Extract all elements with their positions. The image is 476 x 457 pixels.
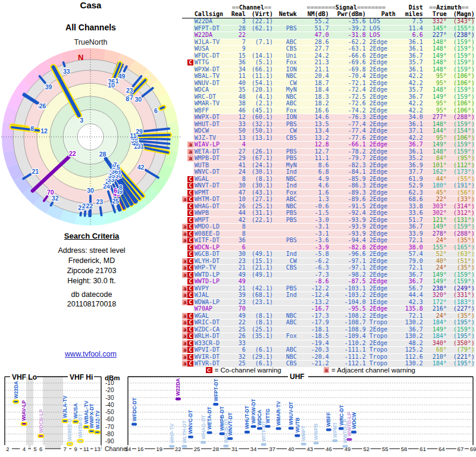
warning-cell: C: [182, 203, 193, 210]
cell-path: 2Edge: [366, 52, 396, 60]
cell-callsign: WHP-TV: [193, 265, 230, 272]
cell-virt: [246, 278, 273, 286]
cell-nm: -6.3: [297, 265, 329, 272]
chart-bar: [301, 443, 306, 446]
cell-real: 36: [230, 60, 246, 67]
cell-true-azimuth: 278°: [423, 230, 447, 237]
adjacent-warning-badge: a: [182, 265, 187, 271]
cell-path: 1Edge: [366, 299, 396, 306]
cell-path: 2Edge: [366, 306, 396, 313]
cell-magn-azimuth: (249°): [447, 285, 475, 292]
warning-cell: [182, 134, 193, 142]
warning-cell: [182, 121, 193, 128]
cell-pwr: -62.2: [329, 39, 366, 46]
cell-true-azimuth: 149°: [423, 224, 447, 231]
dbm-tick-label: -50: [105, 409, 114, 415]
cell-nm: 8.6: [297, 162, 329, 169]
cell-true-azimuth: 95°: [423, 73, 447, 80]
cell-real: 23: [230, 299, 246, 306]
cell-nm: -17.3: [297, 312, 329, 320]
cell-real: 33: [230, 121, 246, 128]
cell-virt: (22.1): [246, 18, 273, 26]
cell-virt: (68.1): [246, 292, 273, 299]
station-row: CWNVT-DT30(30.1)Ind4.6-86.32Edge52.9180°…: [182, 183, 475, 190]
cell-magn-azimuth: (35°): [447, 237, 475, 245]
cell-virt: (8.1): [246, 176, 273, 183]
channel-tick-label: 13: [94, 446, 101, 452]
col-netwk: Netwk: [273, 11, 297, 18]
cell-real: 38: [230, 101, 246, 108]
search-zip: Zipcode 21703: [12, 266, 171, 276]
cell-real: 3: [230, 18, 246, 26]
cell-callsign: WNUV-DT: [193, 80, 230, 87]
col-virt: (Virt): [246, 11, 273, 18]
cell-callsign: W33CR-D: [193, 340, 230, 347]
cell-nm: -3.0: [297, 217, 329, 224]
cell-miles: 68.6: [396, 196, 423, 204]
cell-callsign: WGCB-DT: [193, 251, 230, 258]
warning-cell: aC: [182, 196, 193, 204]
cell-true-azimuth: 148°: [423, 121, 447, 128]
co-channel-warning-badge: C: [187, 313, 193, 319]
cell-nm: 16.6: [297, 107, 329, 114]
cell-pwr: -39.2: [329, 25, 366, 32]
adjacent-warning-badge: a: [182, 237, 187, 243]
cell-nm: 6.8: [297, 169, 329, 176]
cell-pwr: -94.4: [329, 237, 366, 245]
cell-virt: [246, 340, 273, 347]
cell-virt: (62.1): [246, 25, 273, 32]
db-datecode: db datecode 201108170018: [12, 290, 171, 309]
cell-path: 2Edge: [366, 80, 396, 87]
cell-netwk: Fox: [273, 60, 297, 67]
chart-bar-label: WMPT: [300, 425, 306, 441]
cell-true-azimuth: 172°: [423, 299, 447, 306]
cell-netwk: Ind: [273, 183, 297, 190]
radar-hue-wedge: [2, 137, 14, 152]
warning-cell: aC: [182, 299, 193, 306]
cell-nm: 18.7: [297, 80, 329, 87]
cell-pwr: -85.9: [329, 176, 366, 183]
cell-real: 30: [230, 251, 246, 258]
chart-bar-label: W22DA: [175, 378, 181, 396]
cell-callsign: WDCA: [193, 87, 230, 94]
cell-miles: 36.7: [396, 224, 423, 231]
cell-true-azimuth: 210°: [423, 353, 447, 361]
cell-callsign: WJAL: [193, 292, 230, 299]
cell-pwr: -74.2: [329, 107, 366, 114]
cell-netwk: PBS: [273, 25, 297, 32]
station-row: aCW08EE-D8-3.1-93.92Edge33.9278°(288°): [182, 230, 475, 237]
cell-magn-azimuth: (159°): [447, 142, 475, 149]
cell-nm: 12.8: [297, 142, 329, 149]
cell-miles: 36.9: [396, 162, 423, 169]
channel-tick-label: 55: [382, 446, 389, 452]
radar-channel-label: 21: [32, 168, 39, 175]
cell-path: 2Edge: [366, 60, 396, 67]
station-row: WNVC-DT24(30.1)Ind6.8-84.12Edge37.7162°(…: [182, 169, 475, 176]
warning-cell: aC: [182, 326, 193, 333]
chart-bar: [265, 425, 271, 428]
section-label-vhf-lo: VHF Lo: [12, 373, 37, 381]
tvfool-link[interactable]: www.tvfool.com: [65, 350, 117, 358]
warning-cell: aC: [182, 340, 193, 347]
station-row: WBAL-TV11(11.1)NBC20.4-70.42Edge42.295°(…: [182, 73, 475, 80]
cell-true-azimuth: 303°: [423, 203, 447, 210]
cell-true-azimuth: 155°: [423, 244, 447, 251]
cell-pwr: -89.3: [329, 189, 366, 196]
chart-bar-label: WIAV-LP: [21, 400, 27, 421]
dbm-tick-label: -60: [105, 416, 114, 422]
cell-pwr: -93.9: [329, 217, 366, 224]
cell-path: 2Edge: [366, 265, 396, 272]
cell-pwr: -92.4: [329, 210, 366, 217]
cell-virt: (20.1): [246, 87, 273, 94]
co-channel-warning-badge: C: [187, 237, 193, 243]
cell-virt: (30.1): [246, 169, 273, 176]
station-row: W22DA2247.0-31.8LOS6.6227°(238°): [182, 32, 475, 39]
cell-nm: 21.3: [297, 60, 329, 67]
cell-miles: 48.2: [396, 340, 423, 347]
co-channel-warning-badge: C: [187, 196, 193, 202]
cell-true-azimuth: 148°: [423, 39, 447, 46]
co-channel-warning-badge: C: [187, 320, 193, 325]
cell-nm: 4.6: [297, 183, 329, 190]
cell-path: 2Edge: [366, 107, 396, 114]
cell-true-azimuth: 162°: [423, 169, 447, 176]
